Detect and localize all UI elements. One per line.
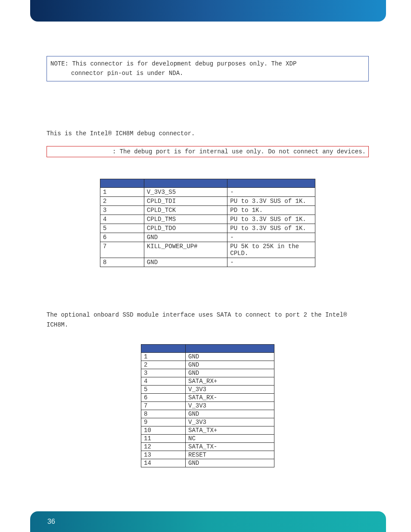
cell-pin: 3 [100, 206, 144, 215]
cell-pin: 3 [141, 369, 186, 377]
cell-signal: RESET [186, 451, 274, 459]
cell-notes: - [227, 233, 315, 242]
cell-signal: GND [186, 410, 274, 418]
cell-pin: 8 [100, 258, 144, 267]
cell-signal: SATA_TX+ [186, 426, 274, 434]
cell-signal: V_3V3 [186, 401, 274, 410]
cell-notes: PU to 3.3V SUS of 1K. [227, 215, 315, 224]
cell-pin: 8 [141, 410, 186, 418]
cell-signal: CPLD_TCK [144, 206, 227, 215]
table-row: 6SATA_RX- [141, 393, 274, 401]
cell-pin: 4 [141, 377, 186, 385]
table-row: 7V_3V3 [141, 401, 274, 410]
cell-pin: 6 [100, 233, 144, 242]
debug-connector-table: 1V_3V3_S5-2CPLD_TDIPU to 3.3V SUS of 1K.… [100, 179, 315, 267]
col-signal [186, 344, 274, 352]
table-row: 5CPLD_TDOPU to 3.3V SUS of 1K. [100, 224, 315, 233]
table-row: 1GND [141, 352, 274, 361]
cell-signal: CPLD_TDO [144, 224, 227, 233]
cell-signal: V_3V3_S5 [144, 188, 227, 197]
cell-pin: 6 [141, 393, 186, 401]
table-row: 10SATA_TX+ [141, 426, 274, 434]
cell-pin: 10 [141, 426, 186, 434]
cell-pin: 9 [141, 418, 186, 426]
cell-notes: - [227, 258, 315, 267]
cell-pin: 7 [141, 401, 186, 410]
ssd-interface-table: 1GND2GND3GND4SATA_RX+5V_3V36SATA_RX-7V_3… [141, 344, 274, 467]
table-row: 3GND [141, 369, 274, 377]
cell-pin: 11 [141, 434, 186, 442]
note-box: NOTE: This connector is for development … [47, 56, 369, 81]
note-line2: connector pin-out is under NDA. [50, 68, 365, 78]
col-pin [100, 179, 144, 188]
cell-notes: PD to 1K. [227, 206, 315, 215]
cell-signal: GND [186, 361, 274, 369]
table-row: 9V_3V3 [141, 418, 274, 426]
table-header-row [100, 179, 315, 188]
page-number: 36 [47, 518, 55, 526]
cell-signal: GND [144, 233, 227, 242]
table-row: 4CPLD_TMSPU to 3.3V SUS of 1K. [100, 215, 315, 224]
cell-pin: 1 [141, 352, 186, 361]
table-row: 13RESET [141, 451, 274, 459]
cell-pin: 5 [100, 224, 144, 233]
cell-notes: - [227, 188, 315, 197]
cell-signal: SATA_TX- [186, 442, 274, 451]
table-row: 8GND [141, 410, 274, 418]
col-pin [141, 344, 186, 352]
section1-paragraph: This is the Intel® ICH8M debug connector… [47, 129, 369, 138]
cell-signal: CPLD_TMS [144, 215, 227, 224]
table-row: 4SATA_RX+ [141, 377, 274, 385]
cell-signal: SATA_RX+ [186, 377, 274, 385]
col-signal [144, 179, 227, 188]
section2-paragraph: The optional onboard SSD module interfac… [47, 310, 369, 330]
cell-signal: KILL_POWER_UP# [144, 242, 227, 258]
cell-pin: 4 [100, 215, 144, 224]
cell-signal: GND [186, 352, 274, 361]
cell-pin: 5 [141, 385, 186, 393]
cell-pin: 14 [141, 459, 186, 467]
cell-signal: GND [186, 459, 274, 467]
cell-signal: V_3V3 [186, 385, 274, 393]
table-row: 14GND [141, 459, 274, 467]
table-row: 1V_3V3_S5- [100, 188, 315, 197]
col-notes [227, 179, 315, 188]
cell-pin: 1 [100, 188, 144, 197]
table-row: 12SATA_TX- [141, 442, 274, 451]
header-bar [30, 0, 386, 22]
table-row: 3CPLD_TCKPD to 1K. [100, 206, 315, 215]
warning-text: : The debug port is for internal use onl… [112, 148, 366, 155]
table-row: 2GND [141, 361, 274, 369]
cell-pin: 2 [100, 197, 144, 206]
cell-notes: PU 5K to 25K in the CPLD. [227, 242, 315, 258]
warning-box: : The debug port is for internal use onl… [47, 146, 369, 157]
table-row: 6GND- [100, 233, 315, 242]
table-row: 5V_3V3 [141, 385, 274, 393]
page-content: NOTE: This connector is for development … [47, 56, 369, 467]
cell-signal: GND [144, 258, 227, 267]
footer-bar: 36 [30, 511, 386, 532]
table-header-row [141, 344, 274, 352]
cell-notes: PU to 3.3V SUS of 1K. [227, 197, 315, 206]
cell-pin: 13 [141, 451, 186, 459]
cell-pin: 7 [100, 242, 144, 258]
cell-signal: NC [186, 434, 274, 442]
cell-pin: 12 [141, 442, 186, 451]
table-row: 2CPLD_TDIPU to 3.3V SUS of 1K. [100, 197, 315, 206]
cell-signal: GND [186, 369, 274, 377]
table-row: 8GND- [100, 258, 315, 267]
note-line1: NOTE: This connector is for development … [50, 60, 296, 67]
table-row: 11NC [141, 434, 274, 442]
cell-signal: V_3V3 [186, 418, 274, 426]
cell-pin: 2 [141, 361, 186, 369]
cell-signal: CPLD_TDI [144, 197, 227, 206]
cell-notes: PU to 3.3V SUS of 1K. [227, 224, 315, 233]
table-row: 7KILL_POWER_UP#PU 5K to 25K in the CPLD. [100, 242, 315, 258]
cell-signal: SATA_RX- [186, 393, 274, 401]
